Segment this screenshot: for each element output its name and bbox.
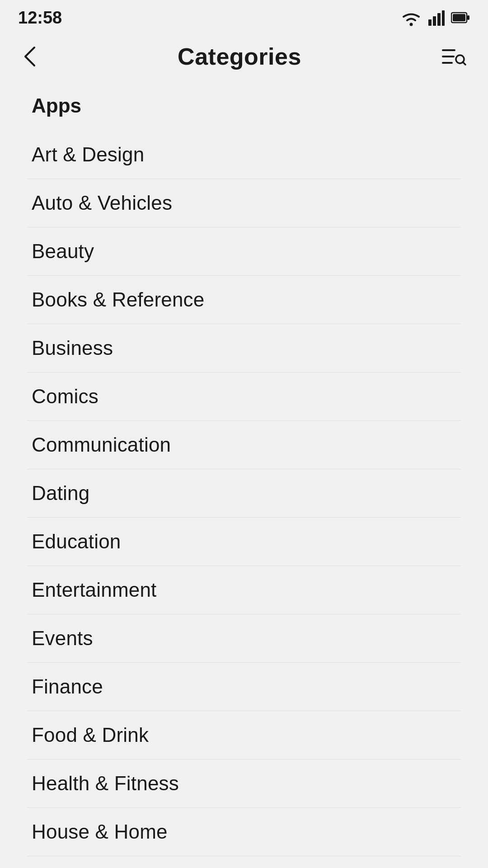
category-label-auto-vehicles: Auto & Vehicles xyxy=(32,192,172,214)
section-header: Apps xyxy=(27,94,461,117)
category-item-libraries-demo[interactable]: Libraries & Demo xyxy=(27,856,461,868)
search-menu-button[interactable] xyxy=(437,41,470,72)
svg-rect-6 xyxy=(467,15,469,20)
svg-rect-3 xyxy=(437,13,441,26)
status-time: 12:58 xyxy=(18,8,62,28)
category-item-art-design[interactable]: Art & Design xyxy=(27,131,461,179)
category-label-art-design: Art & Design xyxy=(32,143,144,165)
category-label-communication: Communication xyxy=(32,434,171,456)
status-bar: 12:58 xyxy=(0,0,488,32)
category-item-auto-vehicles[interactable]: Auto & Vehicles xyxy=(27,179,461,227)
category-label-education: Education xyxy=(32,530,121,552)
content: Apps Art & DesignAuto & VehiclesBeautyBo… xyxy=(0,85,488,868)
category-item-comics[interactable]: Comics xyxy=(27,373,461,421)
category-label-business: Business xyxy=(32,337,113,359)
svg-rect-1 xyxy=(428,19,432,26)
svg-rect-4 xyxy=(442,10,445,26)
category-item-entertainment[interactable]: Entertainment xyxy=(27,566,461,614)
category-label-books-reference: Books & Reference xyxy=(32,288,205,311)
category-item-finance[interactable]: Finance xyxy=(27,663,461,711)
category-label-beauty: Beauty xyxy=(32,240,94,262)
category-item-education[interactable]: Education xyxy=(27,518,461,566)
category-item-health-fitness[interactable]: Health & Fitness xyxy=(27,760,461,808)
category-label-comics: Comics xyxy=(32,385,99,407)
category-item-dating[interactable]: Dating xyxy=(27,469,461,518)
category-list: Art & DesignAuto & VehiclesBeautyBooks &… xyxy=(27,131,461,868)
category-item-business[interactable]: Business xyxy=(27,324,461,373)
category-label-events: Events xyxy=(32,627,93,649)
signal-icon xyxy=(428,9,445,27)
category-label-finance: Finance xyxy=(32,675,103,698)
category-item-events[interactable]: Events xyxy=(27,614,461,663)
category-item-food-drink[interactable]: Food & Drink xyxy=(27,711,461,760)
svg-rect-7 xyxy=(453,14,465,21)
wifi-icon xyxy=(400,9,422,27)
category-item-communication[interactable]: Communication xyxy=(27,421,461,469)
battery-icon xyxy=(451,9,470,27)
category-label-health-fitness: Health & Fitness xyxy=(32,772,179,794)
category-item-beauty[interactable]: Beauty xyxy=(27,227,461,276)
category-item-books-reference[interactable]: Books & Reference xyxy=(27,276,461,324)
toolbar: Categories xyxy=(0,32,488,85)
page-title: Categories xyxy=(178,43,301,70)
status-icons xyxy=(400,9,470,27)
svg-point-0 xyxy=(410,23,413,26)
back-button[interactable] xyxy=(18,41,42,72)
category-label-dating: Dating xyxy=(32,482,89,504)
category-label-house-home: House & Home xyxy=(32,821,168,843)
category-label-food-drink: Food & Drink xyxy=(32,724,149,746)
category-label-entertainment: Entertainment xyxy=(32,579,157,601)
svg-rect-2 xyxy=(433,16,436,26)
svg-line-12 xyxy=(463,62,465,65)
category-item-house-home[interactable]: House & Home xyxy=(27,808,461,856)
